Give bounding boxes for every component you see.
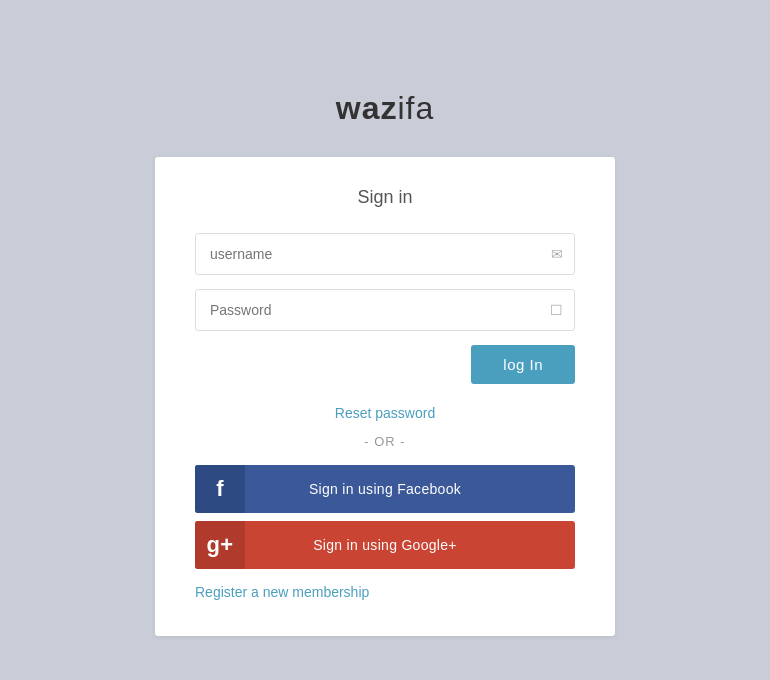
- google-signin-button[interactable]: g+ Sign in using Google+: [195, 521, 575, 569]
- card-title: Sign in: [195, 187, 575, 208]
- google-button-label: Sign in using Google+: [245, 537, 575, 553]
- password-input[interactable]: [195, 289, 575, 331]
- login-btn-row: log In: [195, 345, 575, 384]
- google-icon: g+: [195, 521, 245, 569]
- facebook-signin-button[interactable]: f Sign in using Facebook: [195, 465, 575, 513]
- username-input[interactable]: [195, 233, 575, 275]
- app-title-bold: waz: [336, 90, 398, 126]
- app-title-light: ifa: [397, 90, 434, 126]
- facebook-icon: f: [195, 465, 245, 513]
- register-link-container: Register a new membership: [195, 583, 575, 601]
- app-title: wazifa: [336, 90, 434, 127]
- register-link[interactable]: Register a new membership: [195, 584, 369, 600]
- username-wrapper: ✉: [195, 233, 575, 275]
- login-card: Sign in ✉ ☐ log In Reset password - OR -…: [155, 157, 615, 636]
- reset-password-link[interactable]: Reset password: [335, 405, 435, 421]
- or-divider: - OR -: [195, 434, 575, 449]
- password-wrapper: ☐: [195, 289, 575, 331]
- facebook-button-label: Sign in using Facebook: [245, 481, 575, 497]
- reset-password-container: Reset password: [195, 404, 575, 422]
- login-button[interactable]: log In: [471, 345, 575, 384]
